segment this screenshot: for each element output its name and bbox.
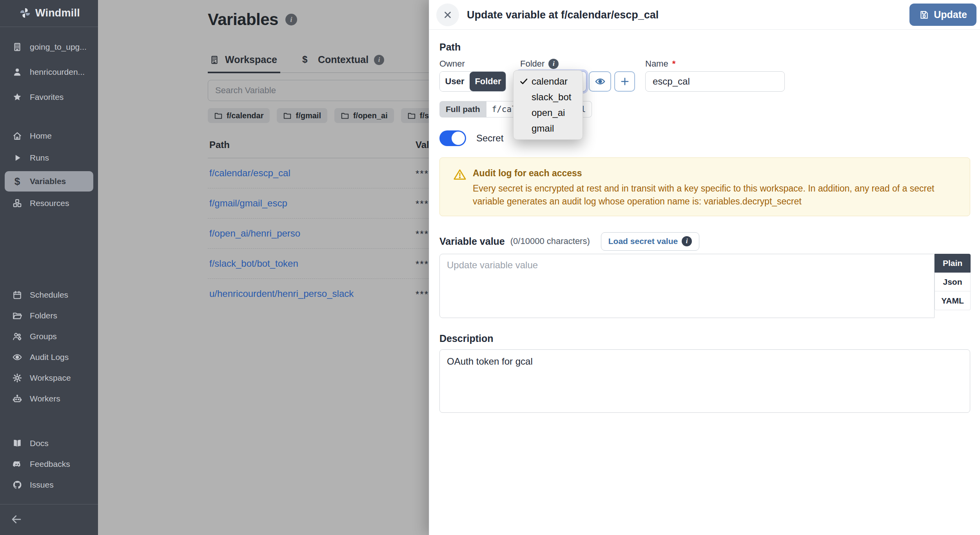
home-icon [12,130,23,141]
close-icon [443,10,453,20]
format-tabs: Plain Json YAML [935,254,971,310]
name-label: Name * [645,59,675,69]
variable-value-textarea[interactable] [439,254,935,318]
sidebar-item-groups[interactable]: Groups [0,328,98,345]
update-button[interactable]: Update [909,4,976,26]
sidebar-divider [0,504,98,504]
workspace-selector[interactable]: going_to_upg... [0,38,98,56]
sidebar-item-resources[interactable]: Resources [0,195,98,212]
sidebar-item-runs[interactable]: Runs [0,149,98,166]
warning-title: Audit log for each access [473,168,582,179]
owner-label: Owner [439,59,465,69]
github-icon [12,479,23,490]
dropdown-option-calendar[interactable]: calendar [514,74,583,89]
info-icon[interactable]: i [548,59,559,69]
folder-label: Folder i [520,59,559,69]
star-icon [12,92,23,103]
sidebar-item-schedules[interactable]: Schedules [0,286,98,304]
dollar-icon: $ [12,176,23,187]
gear-icon [12,372,23,383]
warning-body: Every secret is encrypted at rest and in… [473,182,959,208]
owner-folder-option[interactable]: Folder [470,72,506,91]
plus-icon [619,76,630,87]
sidebar-item-workers[interactable]: Workers [0,390,98,407]
robot-icon [12,393,23,404]
info-icon: i [682,236,692,246]
drawer-header: Update variable at f/calendar/escp_cal U… [429,0,980,30]
description-heading: Description [439,333,494,344]
full-path-label: Full path [439,101,486,117]
dropdown-option-open-ai[interactable]: open_ai [514,105,583,121]
close-drawer-button[interactable] [436,4,459,26]
collapse-sidebar-button[interactable] [6,510,27,529]
character-counter: (0/10000 characters) [510,236,590,246]
sidebar-item-workspace[interactable]: Workspace [0,369,98,387]
save-icon [919,10,929,20]
windmill-logo-icon [20,7,31,18]
sidebar: Windmill going_to_upg... henricourden...… [0,0,98,535]
workspace-name: going_to_upg... [30,42,87,52]
user-name: henricourden... [30,67,85,77]
name-input[interactable] [645,71,785,92]
book-icon [12,438,23,449]
app-logo[interactable]: Windmill [0,4,98,22]
view-folder-button[interactable] [589,71,611,92]
check-icon [519,77,528,86]
secret-toggle[interactable] [439,130,466,146]
app-name: Windmill [35,7,80,19]
secret-label: Secret [476,133,503,144]
warning-icon [453,168,466,181]
sidebar-item-issues[interactable]: Issues [0,476,98,493]
folder-open-icon [12,310,23,321]
sidebar-item-docs[interactable]: Docs [0,435,98,452]
play-icon [12,152,23,163]
eye-icon [12,352,23,363]
user-icon [12,67,23,78]
audit-log-warning: Audit log for each access Every secret i… [439,157,970,216]
user-menu[interactable]: henricourden... [0,63,98,81]
add-folder-button[interactable] [614,71,635,92]
calendar-icon [12,289,23,300]
load-secret-value-button[interactable]: Load secret value i [601,232,699,251]
dropdown-option-slack-bot[interactable]: slack_bot [514,89,583,105]
boxes-icon [12,198,23,209]
sidebar-item-variables[interactable]: $ Variables [5,171,93,192]
arrow-left-icon [11,513,22,525]
sidebar-item-home[interactable]: Home [0,127,98,145]
discord-icon [12,459,23,470]
owner-toggle: User Folder [439,71,506,92]
eye-icon [595,76,606,87]
building-icon [12,42,23,52]
drawer-title: Update variable at f/calendar/escp_cal [467,0,659,30]
folder-dropdown-menu: calendar slack_bot open_ai gmail [513,70,583,140]
users-icon [12,331,23,342]
sidebar-item-favorites[interactable]: Favorites [0,89,98,106]
variable-value-heading: Variable value [439,236,505,247]
dropdown-option-gmail[interactable]: gmail [514,121,583,136]
format-tab-json[interactable]: Json [935,273,971,291]
sidebar-item-feedbacks[interactable]: Feedbacks [0,455,98,473]
update-variable-drawer: Update variable at f/calendar/escp_cal U… [429,0,980,535]
sidebar-item-folders[interactable]: Folders [0,307,98,324]
format-tab-plain[interactable]: Plain [935,254,971,273]
description-textarea[interactable]: OAuth token for gcal [439,349,970,413]
sidebar-divider [0,27,98,27]
path-section-heading: Path [439,42,461,53]
format-tab-yaml[interactable]: YAML [935,291,971,310]
owner-user-option[interactable]: User [440,72,470,91]
sidebar-item-audit-logs[interactable]: Audit Logs [0,349,98,366]
